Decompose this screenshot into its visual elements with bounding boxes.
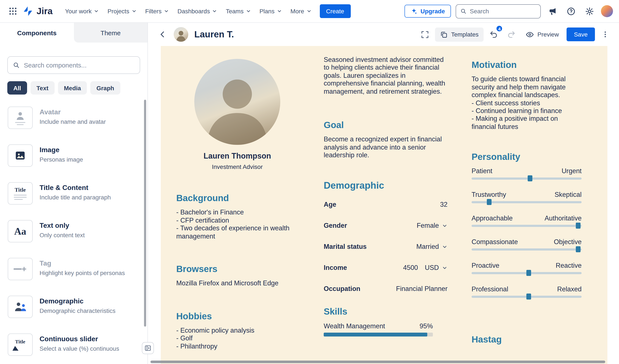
persona-summary[interactable]: Seasoned investment advisor committed to… xyxy=(324,56,448,95)
back-button[interactable] xyxy=(156,28,169,41)
section-heading-personality[interactable]: Personality xyxy=(472,152,582,162)
component-card-continuous-slider[interactable]: Title Continuous slider Select a value (… xyxy=(0,328,147,364)
upgrade-button[interactable]: Upgrade xyxy=(405,5,451,18)
jira-logo[interactable]: Jira xyxy=(22,6,53,17)
global-search xyxy=(456,4,541,18)
nav-item-filters[interactable]: Filters xyxy=(141,5,173,18)
slider-handle[interactable] xyxy=(576,223,581,229)
tab-components[interactable]: Components xyxy=(0,23,74,42)
slider-track[interactable] xyxy=(472,178,582,180)
templates-button[interactable]: Templates xyxy=(435,27,484,42)
filter-text[interactable]: Text xyxy=(30,81,55,95)
section-heading-demographic[interactable]: Demographic xyxy=(324,180,448,191)
chevron-down-icon xyxy=(131,9,137,14)
tag-component-icon xyxy=(8,258,33,280)
collapse-panel-button[interactable] xyxy=(142,342,154,354)
redo-button[interactable] xyxy=(505,28,518,41)
user-avatar[interactable] xyxy=(601,5,613,17)
sidebar-scrollbar[interactable] xyxy=(144,100,146,327)
demo-select-income[interactable]: 4500 USD xyxy=(403,264,448,272)
motivation-text: To guide clients toward financial securi… xyxy=(472,75,566,98)
demo-select-gender[interactable]: Female xyxy=(417,222,448,229)
slider-handle[interactable] xyxy=(487,199,492,205)
demo-select-marital[interactable]: Married xyxy=(416,243,448,251)
slider-track[interactable] xyxy=(472,272,582,274)
horizontal-scrollbar[interactable] xyxy=(150,361,605,363)
more-options-button[interactable] xyxy=(598,28,612,41)
section-background[interactable]: Background - Bachelor's in Finance - CFP… xyxy=(176,193,298,240)
tab-theme[interactable]: Theme xyxy=(74,23,147,42)
slider-track[interactable] xyxy=(472,249,582,251)
component-card-demographic[interactable]: Demographic Demographic characteristics xyxy=(0,291,147,328)
persona-role[interactable]: Investment Advisor xyxy=(176,163,298,170)
persona-photo[interactable] xyxy=(194,59,280,145)
section-body: Mozilla Firefox and Microsoft Edge xyxy=(176,279,298,287)
app-switcher-button[interactable] xyxy=(6,4,20,18)
demographic-row-age[interactable]: Age 32 xyxy=(324,201,448,209)
settings-button[interactable] xyxy=(582,4,596,18)
persona-name[interactable]: Lauren Thompson xyxy=(176,152,298,161)
slider-track[interactable] xyxy=(472,201,582,203)
background-line: - CFP certification xyxy=(176,216,298,224)
component-subtitle: Include name and avatar xyxy=(40,118,106,126)
component-card-text-only[interactable]: Aa Text only Only content text xyxy=(0,215,147,253)
slider-right-label: Objective xyxy=(554,238,582,246)
nav-item-projects[interactable]: Projects xyxy=(104,5,140,18)
help-button[interactable] xyxy=(564,4,578,18)
demo-value[interactable]: Financial Planner xyxy=(396,285,448,293)
slider-handle[interactable] xyxy=(527,176,532,182)
nav-item-more[interactable]: More xyxy=(286,5,315,18)
skill-progress-track[interactable] xyxy=(324,333,433,337)
section-heading-motivation[interactable]: Motivation xyxy=(472,59,582,70)
background-line: - Bachelor's in Finance xyxy=(176,209,298,216)
section-heading-skills[interactable]: Skills xyxy=(324,306,448,317)
nav-item-teams[interactable]: Teams xyxy=(222,5,255,18)
skill-row[interactable]: Wealth Management 95% xyxy=(324,322,433,330)
personality-slider-proactive-reactive: Proactive Reactive xyxy=(472,262,582,274)
nav-item-dashboards[interactable]: Dashboards xyxy=(174,5,221,18)
help-icon xyxy=(566,7,575,16)
component-card-image[interactable]: Image Personas image xyxy=(0,139,147,177)
image-component-icon xyxy=(8,144,33,167)
chevron-down-icon xyxy=(442,265,448,270)
slider-handle[interactable] xyxy=(576,246,581,252)
announcements-button[interactable] xyxy=(546,4,559,18)
slider-track[interactable] xyxy=(472,225,582,227)
demographic-row-income[interactable]: Income 4500 USD xyxy=(324,264,448,272)
filter-graph[interactable]: Graph xyxy=(90,81,120,95)
templates-icon xyxy=(440,31,448,38)
demographic-row-gender[interactable]: Gender Female xyxy=(324,222,448,229)
persona-thumbnail-avatar[interactable] xyxy=(174,27,188,42)
section-hobbies[interactable]: Hobbies - Economic policy analysis - Gol… xyxy=(176,310,298,350)
components-search-input[interactable] xyxy=(24,61,135,69)
nav-item-label: More xyxy=(290,8,304,14)
component-card-tag[interactable]: Tag Highlight key points of personas xyxy=(0,253,147,291)
component-card-title-content[interactable]: Title Title & Content Include title and … xyxy=(0,177,147,215)
preview-button[interactable]: Preview xyxy=(522,27,563,42)
filter-media[interactable]: Media xyxy=(58,81,87,95)
fullscreen-button[interactable] xyxy=(418,28,432,41)
section-heading-goal[interactable]: Goal xyxy=(324,119,448,130)
slider-left-label: Trustworthy xyxy=(472,191,506,199)
slider-handle[interactable] xyxy=(526,270,531,276)
section-heading: Hobbies xyxy=(176,310,298,321)
global-search-input[interactable] xyxy=(470,8,536,14)
save-button[interactable]: Save xyxy=(566,28,595,41)
filter-all[interactable]: All xyxy=(7,81,27,95)
slider-right-label: Skeptical xyxy=(555,191,582,199)
nav-item-plans[interactable]: Plans xyxy=(255,5,286,18)
demo-value-text: Financial Planner xyxy=(396,285,448,293)
section-heading-hastag[interactable]: Hastag xyxy=(472,334,582,345)
create-button[interactable]: Create xyxy=(320,4,351,18)
demo-value[interactable]: 32 xyxy=(440,201,448,209)
app: Jira Your work Projects Filters Dashboar… xyxy=(0,0,619,364)
demographic-row-marital-status[interactable]: Marital status Married xyxy=(324,243,448,251)
demographic-row-occupation[interactable]: Occupation Financial Planner xyxy=(324,285,448,293)
slider-handle[interactable] xyxy=(526,294,531,300)
main-menu: Your work Projects Filters Dashboards Te… xyxy=(61,5,315,18)
component-card-avatar[interactable]: Avatar Include name and avatar xyxy=(0,101,147,139)
nav-item-your-work[interactable]: Your work xyxy=(61,5,103,18)
slider-track[interactable] xyxy=(472,296,582,298)
canvas-column-right: Motivation To guide clients toward finan… xyxy=(472,46,582,345)
section-browsers[interactable]: Browsers Mozilla Firefox and Microsoft E… xyxy=(176,264,298,287)
